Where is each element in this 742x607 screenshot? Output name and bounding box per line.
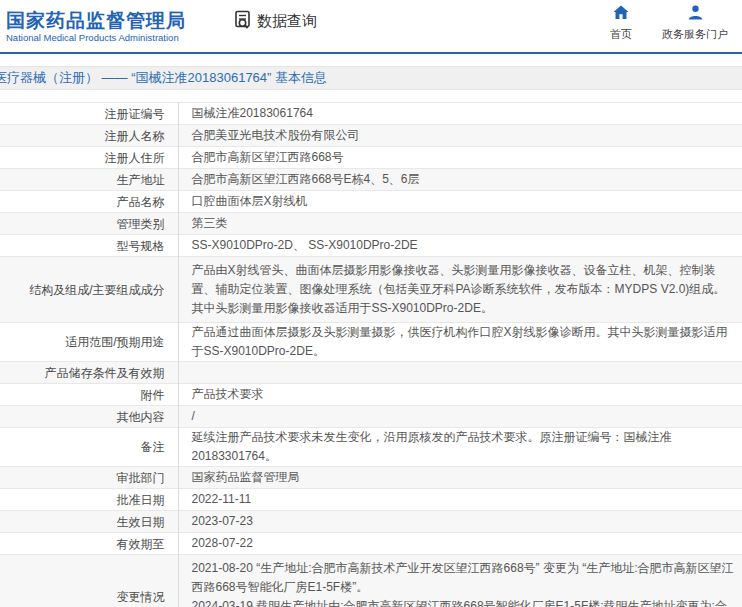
field-label-text: 结构及组成/主要组成成分: [29, 283, 164, 297]
field-value-text: 产品由X射线管头、曲面体层摄影用影像接收器、头影测量用影像接收器、设备立柱、机架…: [192, 263, 726, 315]
table-row: 管理类别第三类: [0, 213, 742, 235]
field-value: [178, 362, 742, 384]
field-label: 注册证编号: [0, 103, 178, 125]
field-value-text: SS-X9010DPro-2D、 SS-X9010DPro-2DE: [192, 238, 418, 252]
field-value: 国家药品监督管理局: [178, 467, 742, 489]
field-label-text: 生效日期: [117, 515, 165, 529]
field-label: 附件: [0, 384, 178, 406]
registration-info-table: 注册证编号国械注准20183061764注册人名称合肥美亚光电技术股份有限公司注…: [0, 102, 742, 607]
field-label: 备注: [0, 428, 178, 467]
table-row: 注册证编号国械注准20183061764: [0, 103, 742, 125]
field-label-text: 生产地址: [117, 173, 165, 187]
page-title: 医疗器械（注册） —— “国械注准20183061764” 基本信息: [0, 69, 327, 87]
nav-portal-label: 政务服务门户: [662, 27, 728, 42]
field-label: 管理类别: [0, 213, 178, 235]
field-value-text: 第三类: [192, 216, 228, 230]
field-label: 适用范围/预期用途: [0, 323, 178, 362]
field-label-text: 注册人住所: [105, 151, 165, 165]
field-label: 生效日期: [0, 511, 178, 533]
field-value: 产品通过曲面体层摄影及头影测量摄影，供医疗机构作口腔X射线影像诊断用。其中头影测…: [178, 323, 742, 362]
field-value: 2028-07-22: [178, 533, 742, 555]
field-label-text: 备注: [141, 440, 165, 454]
field-value-text: 2023-07-23: [192, 514, 253, 528]
field-value: 2023-07-23: [178, 511, 742, 533]
field-label-text: 有效期至: [117, 537, 165, 551]
field-label: 其他内容: [0, 406, 178, 428]
field-value-text: 延续注册产品技术要求未发生变化，沿用原核发的产品技术要求。原注册证编号：国械注准…: [192, 430, 672, 463]
data-query-icon: [234, 10, 257, 32]
field-value-text: 2022-11-11: [192, 492, 252, 506]
header-nav: 首页 政务服务门户: [610, 5, 732, 42]
field-label: 有效期至: [0, 533, 178, 555]
table-row: 注册人住所合肥市高新区望江西路668号: [0, 147, 742, 169]
field-label: 审批部门: [0, 467, 178, 489]
table-row: 批准日期2022-11-11: [0, 489, 742, 511]
field-value-text: 产品通过曲面体层摄影及头影测量摄影，供医疗机构作口腔X射线影像诊断用。其中头影测…: [192, 325, 728, 358]
field-label-text: 其他内容: [117, 410, 165, 424]
field-label: 型号规格: [0, 235, 178, 257]
field-label-text: 变更情况: [117, 590, 165, 604]
field-value-text: 合肥市高新区望江西路668号E栋4、5、6层: [192, 172, 420, 186]
site-header: 国家药品监督管理局 National Medical Products Admi…: [0, 0, 742, 54]
table-row: 生产地址合肥市高新区望江西路668号E栋4、5、6层: [0, 169, 742, 191]
nav-home-label: 首页: [610, 27, 632, 42]
logo-title: 国家药品监督管理局: [6, 10, 186, 32]
field-label: 生产地址: [0, 169, 178, 191]
table-row: 附件产品技术要求: [0, 384, 742, 406]
field-value: 产品由X射线管头、曲面体层摄影用影像接收器、头影测量用影像接收器、设备立柱、机架…: [178, 257, 742, 323]
field-label-text: 批准日期: [117, 493, 165, 507]
table-row: 变更情况2021-08-20 “生产地址:合肥市高新技术产业开发区望江西路668…: [0, 555, 742, 607]
field-value: 第三类: [178, 213, 742, 235]
field-value-text: 2028-07-22: [192, 536, 253, 550]
field-value: SS-X9010DPro-2D、 SS-X9010DPro-2DE: [178, 235, 742, 257]
field-label-text: 注册人名称: [105, 129, 165, 143]
field-label-text: 管理类别: [117, 217, 165, 231]
data-query-label: 数据查询: [257, 12, 317, 31]
table-row: 注册人名称合肥美亚光电技术股份有限公司: [0, 125, 742, 147]
field-value: 合肥市高新区望江西路668号: [178, 147, 742, 169]
title-bar: 医疗器械（注册） —— “国械注准20183061764” 基本信息: [0, 66, 742, 90]
table-row: 生效日期2023-07-23: [0, 511, 742, 533]
field-label-text: 产品储存条件及有效期: [45, 366, 165, 380]
field-label-text: 注册证编号: [105, 107, 165, 121]
table-row: 审批部门国家药品监督管理局: [0, 467, 742, 489]
field-value-text: 合肥市高新区望江西路668号: [192, 150, 344, 164]
field-value-text: 国械注准20183061764: [192, 106, 313, 120]
field-value: /: [178, 406, 742, 428]
user-icon: [688, 5, 703, 24]
nav-data-query[interactable]: 数据查询: [234, 10, 317, 32]
field-value: 国械注准20183061764: [178, 103, 742, 125]
home-icon: [613, 5, 629, 24]
field-value-text: 国家药品监督管理局: [192, 470, 300, 484]
field-label-text: 审批部门: [117, 471, 165, 485]
nav-portal[interactable]: 政务服务门户: [662, 5, 728, 42]
table-row: 产品名称口腔曲面体层X射线机: [0, 191, 742, 213]
field-value-text: 2021-08-20 “生产地址:合肥市高新技术产业开发区望江西路668号” 变…: [192, 561, 734, 607]
field-label: 产品名称: [0, 191, 178, 213]
field-label: 注册人名称: [0, 125, 178, 147]
table-row: 型号规格SS-X9010DPro-2D、 SS-X9010DPro-2DE: [0, 235, 742, 257]
table-row: 结构及组成/主要组成成分产品由X射线管头、曲面体层摄影用影像接收器、头影测量用影…: [0, 257, 742, 323]
table-row: 适用范围/预期用途产品通过曲面体层摄影及头影测量摄影，供医疗机构作口腔X射线影像…: [0, 323, 742, 362]
field-label: 产品储存条件及有效期: [0, 362, 178, 384]
field-value-text: /: [192, 409, 195, 423]
field-value: 2022-11-11: [178, 489, 742, 511]
field-value: 口腔曲面体层X射线机: [178, 191, 742, 213]
field-value-text: 合肥美亚光电技术股份有限公司: [192, 128, 360, 142]
field-value-text: 产品技术要求: [192, 387, 264, 401]
nmpa-logo: 国家药品监督管理局 National Medical Products Admi…: [6, 10, 186, 44]
field-label: 批准日期: [0, 489, 178, 511]
field-label: 结构及组成/主要组成成分: [0, 257, 178, 323]
field-label-text: 适用范围/预期用途: [65, 335, 164, 349]
field-label-text: 型号规格: [117, 239, 165, 253]
field-value-text: 口腔曲面体层X射线机: [192, 194, 308, 208]
field-value: 产品技术要求: [178, 384, 742, 406]
field-value: 合肥市高新区望江西路668号E栋4、5、6层: [178, 169, 742, 191]
field-label: 变更情况: [0, 555, 178, 607]
field-value: 2021-08-20 “生产地址:合肥市高新技术产业开发区望江西路668号” 变…: [178, 555, 742, 607]
nav-home[interactable]: 首页: [610, 5, 632, 42]
table-row: 有效期至2028-07-22: [0, 533, 742, 555]
field-label: 注册人住所: [0, 147, 178, 169]
field-value: 延续注册产品技术要求未发生变化，沿用原核发的产品技术要求。原注册证编号：国械注准…: [178, 428, 742, 467]
table-row: 备注延续注册产品技术要求未发生变化，沿用原核发的产品技术要求。原注册证编号：国械…: [0, 428, 742, 467]
